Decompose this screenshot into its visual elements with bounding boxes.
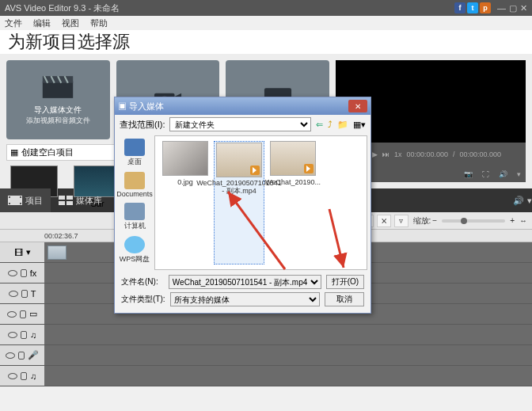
zoom-fit-icon[interactable]: ↔ bbox=[519, 216, 527, 225]
social-links: f t p bbox=[454, 2, 491, 13]
zoom-label: 缩放: bbox=[413, 215, 431, 226]
folder-select[interactable]: 新建文件夹 bbox=[169, 117, 311, 131]
overlay-icon: ▭ bbox=[29, 309, 37, 319]
card-title: 导入媒体文件 bbox=[34, 105, 82, 116]
menu-help[interactable]: 帮助 bbox=[90, 17, 108, 29]
svg-rect-12 bbox=[20, 203, 21, 204]
tab-media[interactable]: 媒体库 bbox=[51, 188, 110, 212]
cancel-button[interactable]: 取消 bbox=[325, 292, 364, 306]
lock-icon[interactable] bbox=[18, 352, 25, 360]
close-button[interactable]: ✕ bbox=[520, 3, 527, 13]
page-title: 为新项目选择源 bbox=[8, 30, 130, 54]
window-titlebar: AVS Video Editor 9.3 - 未命名 f t p — ▢ ✕ bbox=[0, 0, 532, 16]
play-button[interactable]: ▶ bbox=[372, 150, 378, 158]
zoom-out-icon[interactable]: − bbox=[432, 216, 437, 225]
svg-rect-13 bbox=[59, 196, 65, 200]
track-audio2[interactable]: 🎤 bbox=[0, 345, 532, 366]
sidebar-computer[interactable]: 计算机 bbox=[124, 201, 146, 233]
zoom-slider[interactable] bbox=[442, 219, 505, 223]
card-import-media[interactable]: 导入媒体文件 添加视频和音频文件 bbox=[6, 60, 110, 139]
twitter-icon[interactable]: t bbox=[467, 2, 478, 13]
image-thumb bbox=[162, 141, 208, 176]
menu-edit[interactable]: 编辑 bbox=[33, 17, 51, 29]
up-icon[interactable]: ⤴ bbox=[328, 120, 332, 129]
track-audio1[interactable]: ♫ bbox=[0, 325, 532, 345]
back-icon[interactable]: ⇐ bbox=[316, 120, 323, 130]
tab-project[interactable]: 项目 bbox=[0, 188, 51, 212]
maximize-button[interactable]: ▢ bbox=[509, 3, 517, 13]
filetype-label: 文件类型(T): bbox=[121, 294, 165, 305]
sidebar-documents[interactable]: Documents bbox=[116, 170, 153, 200]
eye-icon[interactable] bbox=[6, 352, 15, 359]
tab-label: 项目 bbox=[25, 195, 43, 207]
time-current: 00:00:00.000 bbox=[406, 150, 448, 158]
eye-icon[interactable] bbox=[8, 332, 17, 338]
plus-icon: ▦ bbox=[10, 147, 18, 158]
clapperboard-icon bbox=[40, 74, 75, 100]
file-list: 0.jpg WeChat_20190507101541 - 副本.mp4 WeC… bbox=[154, 135, 367, 270]
file-item-wechat[interactable]: WeChat_20190... bbox=[268, 141, 318, 264]
eye-icon[interactable] bbox=[8, 270, 17, 276]
dialog-close-button[interactable]: ✕ bbox=[348, 100, 367, 112]
lock-icon[interactable] bbox=[21, 331, 27, 339]
window-controls: — ▢ ✕ bbox=[497, 3, 527, 13]
sidebar-label: WPS网盘 bbox=[120, 254, 150, 264]
eye-icon[interactable] bbox=[8, 373, 17, 379]
share-icon[interactable]: p bbox=[480, 2, 491, 13]
dropdown-icon[interactable]: ▾ bbox=[527, 196, 532, 206]
open-button[interactable]: 打开(O) bbox=[326, 275, 364, 289]
eye-icon[interactable] bbox=[7, 311, 17, 318]
lock-icon[interactable] bbox=[21, 372, 27, 380]
volume-icon[interactable]: 🔊 bbox=[499, 170, 507, 178]
dropdown-icon[interactable]: ▾ bbox=[26, 247, 31, 257]
file-item-0jpg[interactable]: 0.jpg bbox=[160, 141, 211, 264]
app-icon: ▣ bbox=[118, 101, 127, 111]
video-clip[interactable] bbox=[48, 245, 66, 260]
lock-icon[interactable] bbox=[21, 290, 28, 298]
file-item-wechat-copy[interactable]: WeChat_20190507101541 - 副本.mp4 bbox=[214, 141, 264, 264]
text-icon: T bbox=[31, 289, 36, 299]
range-label: 查找范围(I): bbox=[120, 119, 165, 131]
svg-rect-15 bbox=[59, 201, 65, 205]
facebook-icon[interactable]: f bbox=[454, 2, 466, 13]
minimize-button[interactable]: — bbox=[497, 3, 506, 13]
card-subtitle: 添加视频和音频文件 bbox=[26, 116, 90, 126]
fx-icon: fx bbox=[30, 268, 37, 278]
tab-label: 创建空白项目 bbox=[21, 147, 74, 158]
next-button[interactable]: ⏭ bbox=[382, 150, 390, 158]
menu-file[interactable]: 文件 bbox=[5, 17, 22, 29]
sidebar-wps[interactable]: WPS网盘 bbox=[120, 234, 150, 266]
filetype-select[interactable]: 所有支持的媒体 bbox=[170, 292, 320, 306]
eye-icon[interactable] bbox=[9, 291, 18, 297]
sidebar-label: 计算机 bbox=[124, 221, 146, 231]
svg-rect-14 bbox=[66, 196, 73, 200]
svg-rect-16 bbox=[66, 201, 73, 205]
sidebar-desktop[interactable]: 桌面 bbox=[124, 137, 145, 169]
play-badge-icon bbox=[304, 164, 314, 173]
lock-icon[interactable] bbox=[20, 310, 26, 318]
film-icon: 🎞 bbox=[14, 248, 23, 257]
music-icon: ♫ bbox=[30, 371, 36, 381]
music-icon: ♫ bbox=[30, 330, 36, 340]
filename-input[interactable]: WeChat_20190507101541 - 副本.mp4 bbox=[169, 275, 321, 289]
svg-rect-11 bbox=[20, 196, 21, 198]
tool-marker-icon[interactable]: ▿ bbox=[394, 215, 408, 227]
newfolder-icon[interactable]: 📁 bbox=[337, 120, 348, 130]
tool-delete-icon[interactable]: ⨯ bbox=[377, 215, 391, 227]
zoom-in-icon[interactable]: + bbox=[510, 216, 515, 225]
video-thumb bbox=[216, 143, 262, 177]
more-icon[interactable]: ▾ bbox=[517, 170, 521, 178]
import-media-dialog: ▣ 导入媒体 ✕ 查找范围(I): 新建文件夹 ⇐ ⤴ 📁 ▦▾ 桌面 Docu… bbox=[114, 97, 371, 314]
time-total: 00:00:00.000 bbox=[460, 150, 502, 158]
lock-icon[interactable] bbox=[21, 269, 27, 277]
dialog-titlebar[interactable]: ▣ 导入媒体 ✕ bbox=[115, 97, 370, 115]
speaker-icon[interactable]: 🔊 bbox=[513, 196, 524, 206]
video-thumb bbox=[270, 141, 316, 176]
time-sep: / bbox=[453, 150, 455, 158]
capture-icon[interactable]: 📷 bbox=[464, 170, 473, 178]
fullscreen-icon[interactable]: ⛶ bbox=[482, 170, 489, 178]
track-audio3[interactable]: ♫ bbox=[0, 366, 532, 386]
view-icon[interactable]: ▦▾ bbox=[353, 120, 366, 130]
speed-label: 1x bbox=[394, 150, 402, 158]
menu-view[interactable]: 视图 bbox=[62, 17, 79, 29]
